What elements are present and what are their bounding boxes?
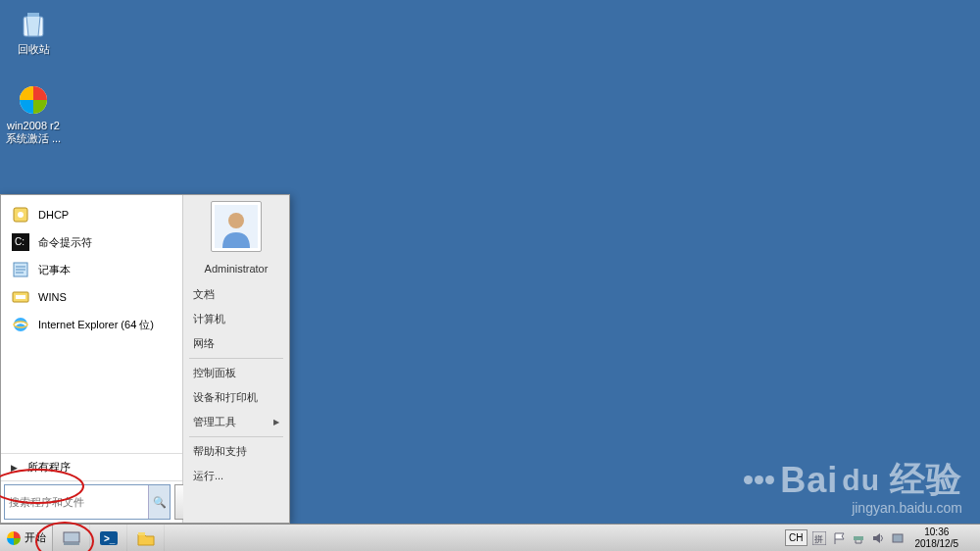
clock-time: 10:36: [915, 526, 959, 538]
powershell-icon: >_: [98, 528, 120, 548]
server-manager-icon: [61, 528, 82, 548]
watermark: Baidu 经验 jingyan.baidu.com: [744, 456, 962, 516]
start-menu-left-pane: DHCP C: 命令提示符 记事本 WINS Internet Explorer…: [1, 195, 183, 523]
wm-url: jingyan.baidu.com: [744, 500, 962, 516]
menu-label: 设备和打印机: [193, 390, 258, 405]
svg-rect-18: [64, 532, 79, 542]
menu-devices-printers[interactable]: 设备和打印机: [183, 385, 289, 410]
recycle-bin-icon: [16, 6, 51, 41]
user-name[interactable]: Administrator: [183, 258, 289, 282]
menu-documents[interactable]: 文档: [183, 282, 289, 307]
icon-label: 回收站: [4, 43, 63, 56]
separator: [189, 358, 283, 359]
user-picture[interactable]: [211, 201, 262, 252]
wins-icon: [11, 287, 30, 307]
ie-icon: [11, 315, 30, 334]
wm-brand2: 经验: [890, 456, 962, 504]
menu-label: 计算机: [193, 312, 225, 326]
svg-rect-22: [138, 532, 145, 535]
tray-flag-icon[interactable]: [831, 530, 847, 546]
start-menu: DHCP C: 命令提示符 记事本 WINS Internet Explorer…: [0, 194, 290, 524]
svg-rect-19: [64, 542, 79, 545]
taskbar: 开始 >_ CH 拼 10:36 2018/12/5: [0, 524, 980, 551]
program-label: WINS: [38, 291, 67, 303]
lang-label: CH: [789, 532, 803, 543]
username-label: Administrator: [205, 263, 269, 275]
svg-rect-26: [858, 536, 863, 540]
cmd-icon: C:: [11, 232, 30, 252]
search-row: 🔍 注销: [1, 480, 182, 523]
tray-ime-icon[interactable]: 拼: [811, 530, 827, 546]
all-programs[interactable]: 所有程序: [1, 453, 182, 480]
tray-network-icon[interactable]: [851, 530, 866, 546]
start-menu-right-pane: Administrator 文档 计算机 网络 控制面板 设备和打印机 管理工具…: [183, 195, 289, 523]
svg-rect-25: [854, 536, 858, 540]
menu-control-panel[interactable]: 控制面板: [183, 361, 289, 385]
menu-label: 帮助和支持: [193, 444, 247, 459]
menu-run[interactable]: 运行...: [183, 464, 289, 488]
pinned-programs: DHCP C: 命令提示符 记事本 WINS Internet Explorer…: [1, 195, 182, 453]
clock[interactable]: 10:36 2018/12/5: [909, 526, 965, 550]
menu-help[interactable]: 帮助和支持: [183, 439, 289, 464]
menu-label: 管理工具: [193, 415, 236, 429]
program-ie64[interactable]: Internet Explorer (64 位): [5, 311, 178, 338]
all-programs-label: 所有程序: [27, 460, 71, 475]
program-dhcp[interactable]: DHCP: [5, 201, 178, 228]
activation-icon: [16, 82, 51, 118]
menu-admin-tools[interactable]: 管理工具: [183, 410, 289, 434]
separator: [189, 436, 283, 437]
program-notepad[interactable]: 记事本: [5, 256, 178, 283]
tray-sound-icon[interactable]: [870, 530, 886, 546]
dhcp-icon: [11, 205, 30, 225]
system-tray: CH 拼 10:36 2018/12/5: [783, 525, 980, 551]
menu-label: 文档: [193, 287, 215, 302]
menu-network[interactable]: 网络: [183, 331, 289, 356]
menu-computer[interactable]: 计算机: [183, 307, 289, 331]
start-orb-icon: [6, 530, 22, 546]
clock-date: 2018/12/5: [915, 538, 959, 550]
program-wins[interactable]: WINS: [5, 283, 178, 311]
wm-brand: Bai: [780, 460, 838, 501]
program-label: 命令提示符: [38, 235, 92, 250]
svg-point-16: [228, 213, 244, 228]
svg-text:拼: 拼: [814, 534, 823, 544]
taskbar-explorer[interactable]: [127, 525, 165, 551]
explorer-icon: [135, 528, 157, 548]
svg-text:C:: C:: [15, 236, 24, 247]
desktop-icon-activation[interactable]: win2008 r2 系统激活 ...: [4, 82, 63, 145]
svg-rect-1: [27, 13, 39, 17]
menu-label: 运行...: [193, 469, 223, 483]
svg-text:>_: >_: [104, 533, 116, 544]
search-input[interactable]: [5, 485, 148, 519]
svg-rect-12: [16, 295, 25, 299]
program-cmd[interactable]: C: 命令提示符: [5, 228, 178, 256]
program-label: DHCP: [38, 209, 69, 221]
program-label: Internet Explorer (64 位): [38, 318, 154, 332]
paw-icon: [744, 476, 774, 484]
start-label: 开始: [24, 530, 46, 545]
taskbar-powershell[interactable]: >_: [90, 525, 127, 551]
tray-misc-icon[interactable]: [890, 530, 906, 546]
language-indicator[interactable]: CH: [785, 529, 807, 546]
start-button[interactable]: 开始: [0, 525, 53, 551]
menu-label: 网络: [193, 336, 215, 351]
taskbar-server-manager[interactable]: [53, 525, 90, 551]
search-button[interactable]: 🔍: [148, 485, 170, 519]
icon-label: win2008 r2 系统激活 ...: [4, 120, 63, 145]
program-label: 记事本: [38, 263, 71, 277]
svg-point-4: [18, 212, 24, 218]
search-icon: 🔍: [153, 496, 167, 509]
desktop-icon-recycle-bin[interactable]: 回收站: [4, 6, 63, 56]
svg-rect-30: [893, 534, 903, 542]
quick-launch: >_: [53, 525, 165, 551]
search-box: 🔍: [4, 484, 171, 520]
menu-label: 控制面板: [193, 366, 236, 380]
notepad-icon: [11, 260, 30, 279]
